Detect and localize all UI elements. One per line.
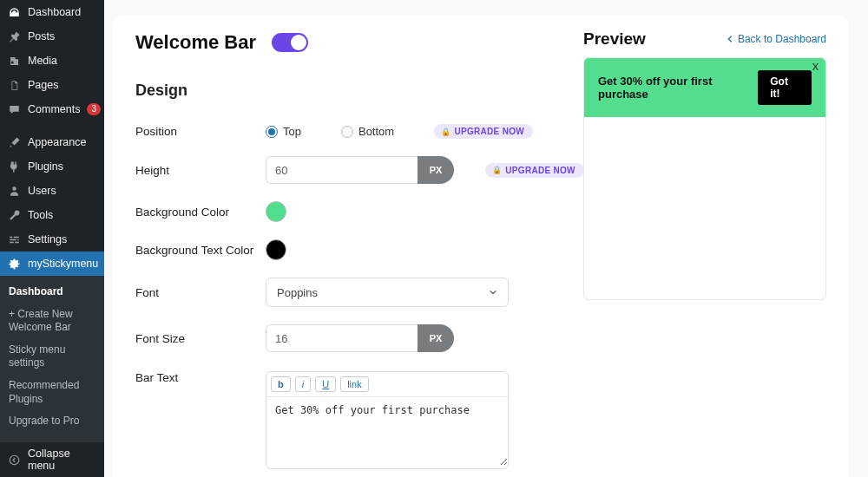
admin-sidebar: Dashboard Posts Media Pages Comments 3 — [0, 0, 104, 477]
sidebar-label: Users — [28, 185, 56, 197]
collapse-icon — [7, 453, 21, 467]
underline-button[interactable]: U — [315, 376, 336, 392]
label-height: Height — [135, 164, 266, 177]
comments-icon — [7, 102, 21, 116]
sidebar-item-settings[interactable]: Settings — [0, 227, 104, 252]
label-font: Font — [135, 286, 266, 299]
rich-text-editor: b i U link — [266, 371, 509, 469]
sidebar-item-mystickymenu[interactable]: myStickymenu — [0, 252, 104, 276]
collapse-label: Collapse menu — [28, 448, 97, 472]
preview-frame: X Get 30% off your first purchase Got it… — [583, 57, 826, 300]
sidebar-label: Dashboard — [28, 6, 81, 18]
submenu-upgrade-pro[interactable]: Upgrade to Pro — [0, 410, 104, 433]
preview-cta-button[interactable]: Got it! — [758, 70, 812, 105]
sidebar-item-posts[interactable]: Posts — [0, 24, 104, 49]
brush-icon — [7, 135, 21, 149]
sidebar-label: Media — [28, 55, 57, 67]
submenu-dashboard[interactable]: Dashboard — [0, 281, 104, 304]
position-top-radio[interactable]: Top — [266, 125, 301, 138]
sidebar-item-pages[interactable]: Pages — [0, 73, 104, 97]
sidebar-label: Appearance — [28, 136, 86, 148]
sidebar-item-media[interactable]: Media — [0, 49, 104, 73]
lock-icon: 🔒 — [492, 166, 502, 174]
sidebar-submenu: Dashboard + Create New Welcome Bar Stick… — [0, 276, 104, 441]
comments-count-badge: 3 — [87, 103, 101, 115]
sidebar-item-tools[interactable]: Tools — [0, 203, 104, 227]
plug-icon — [7, 160, 21, 173]
sidebar-label: Comments — [28, 103, 80, 115]
sidebar-label: Tools — [28, 209, 53, 221]
sliders-icon — [7, 232, 21, 246]
sidebar-item-appearance[interactable]: Appearance — [0, 130, 104, 154]
font-select-value: Poppins — [277, 286, 318, 299]
link-button[interactable]: link — [340, 376, 369, 392]
submenu-recommended-plugins[interactable]: Recommended Plugins — [0, 375, 104, 410]
label-font-size: Font Size — [135, 332, 266, 345]
submenu-create-welcome-bar[interactable]: + Create New Welcome Bar — [0, 304, 104, 339]
sidebar-label: Pages — [28, 79, 58, 91]
upgrade-button[interactable]: 🔒UPGRADE NOW — [434, 124, 533, 139]
sidebar-item-users[interactable]: Users — [0, 179, 104, 203]
main-area: Welcome Bar Design Position Top Bottom 🔒… — [104, 0, 868, 477]
sidebar-item-plugins[interactable]: Plugins — [0, 154, 104, 179]
font-size-unit: PX — [418, 324, 454, 352]
label-bg-color: Background Color — [135, 206, 266, 219]
media-icon — [7, 54, 21, 68]
preview-title: Preview — [583, 29, 646, 49]
lock-icon: 🔒 — [441, 127, 450, 136]
label-bar-text: Bar Text — [135, 371, 266, 384]
upgrade-button[interactable]: 🔒UPGRADE NOW — [485, 163, 584, 178]
preview-welcome-bar: X Get 30% off your first purchase Got it… — [584, 58, 825, 117]
font-select[interactable]: Poppins — [266, 278, 509, 307]
settings-card: Welcome Bar Design Position Top Bottom 🔒… — [113, 16, 849, 477]
back-to-dashboard-link[interactable]: Back to Dashboard — [726, 33, 826, 45]
sidebar-item-dashboard[interactable]: Dashboard — [0, 0, 104, 24]
page-title: Welcome Bar — [135, 31, 256, 54]
sidebar-label: Plugins — [28, 160, 63, 173]
chevron-left-icon — [726, 35, 734, 43]
sidebar-label: Posts — [28, 30, 55, 42]
sidebar-item-comments[interactable]: Comments 3 — [0, 97, 104, 121]
pin-icon — [7, 29, 21, 43]
dashboard-icon — [7, 5, 21, 19]
wrench-icon — [7, 208, 21, 222]
sidebar-label: myStickymenu — [28, 258, 98, 270]
bg-color-swatch[interactable] — [266, 201, 286, 222]
svg-point-0 — [10, 455, 19, 465]
text-color-swatch[interactable] — [266, 239, 286, 260]
label-position: Position — [135, 125, 266, 138]
font-size-input[interactable] — [266, 324, 418, 352]
gear-icon — [7, 257, 21, 271]
collapse-menu-button[interactable]: Collapse menu — [0, 441, 104, 477]
preview-column: Preview Back to Dashboard X Get 30% off … — [583, 29, 826, 300]
preview-bar-text: Get 30% off your first purchase — [598, 75, 758, 101]
preview-close-button[interactable]: X — [812, 62, 819, 72]
user-icon — [7, 184, 21, 198]
sidebar-label: Settings — [28, 233, 67, 245]
label-bg-text-color: Background Text Color — [135, 244, 266, 257]
bar-text-textarea[interactable] — [266, 396, 508, 466]
welcome-bar-toggle[interactable] — [272, 33, 308, 52]
position-bottom-radio[interactable]: Bottom — [341, 125, 394, 138]
bold-button[interactable]: b — [271, 376, 291, 392]
height-input[interactable] — [266, 156, 418, 184]
submenu-sticky-settings[interactable]: Sticky menu settings — [0, 339, 104, 375]
height-unit: PX — [418, 156, 454, 184]
italic-button[interactable]: i — [295, 376, 311, 392]
pages-icon — [7, 78, 21, 92]
chevron-down-icon — [489, 288, 497, 297]
